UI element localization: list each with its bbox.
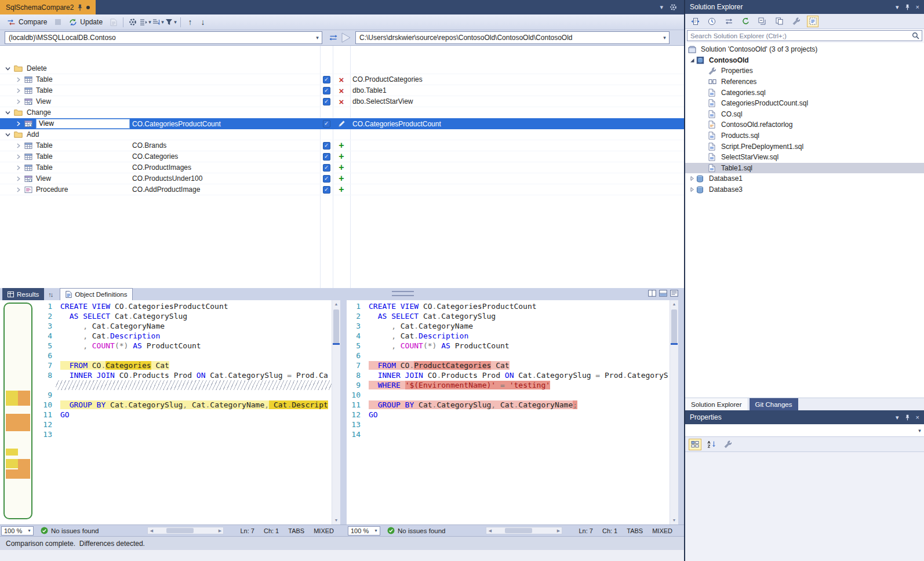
tab-git-changes[interactable]: Git Changes (750, 398, 798, 410)
window-position-chevron-icon[interactable]: ▾ (896, 414, 899, 421)
pending-changes-filter-icon[interactable] (706, 16, 718, 27)
scrollbar-thumb[interactable] (505, 528, 533, 533)
splitter-grip[interactable] (392, 291, 414, 296)
vertical-scrollbar[interactable]: ▲ ▼ (332, 300, 340, 524)
tab-options-gear-icon[interactable] (670, 3, 677, 11)
target-project-combobox[interactable]: C:\Users\drskwier\source\repos\ContosoOl… (355, 31, 670, 44)
collapse-chevron-icon[interactable] (5, 132, 14, 138)
tree-item-script-predeployment1-sql[interactable]: Script.PreDeployment1.sql (685, 141, 924, 152)
scrollbar-thumb[interactable] (333, 309, 339, 344)
expand-arrow-icon[interactable] (688, 187, 696, 192)
horizontal-split-icon[interactable] (659, 290, 667, 297)
diff-row-co-categories[interactable]: TableCO.Categories✓+ (0, 151, 684, 162)
categorized-icon[interactable] (689, 439, 701, 450)
scrollbar-thumb[interactable] (166, 528, 194, 533)
scroll-left-icon[interactable]: ◀ (148, 529, 155, 533)
vertical-split-icon[interactable] (648, 290, 656, 297)
pin-icon[interactable] (905, 414, 910, 421)
include-checkbox[interactable]: ✓ (320, 186, 333, 194)
target-sql-editor[interactable]: 1CREATE VIEW CO.CategoriesProductCount2 … (347, 301, 670, 524)
scroll-left-icon[interactable]: ◀ (486, 529, 493, 533)
tree-item-categories-sql[interactable]: Categories.sql (685, 87, 924, 98)
include-checkbox[interactable]: ✓ (320, 76, 333, 83)
diff-row-co-brands[interactable]: TableCO.Brands✓+ (0, 140, 684, 151)
expand-chevron-icon[interactable] (15, 88, 24, 94)
diff-row-co-addproductimage[interactable]: ProcedureCO.AddProductImage✓+ (0, 184, 684, 195)
sync-with-active-document-icon[interactable] (689, 16, 701, 27)
tab-sqlschemacompare2[interactable]: SqlSchemaCompare2 (0, 0, 96, 14)
combobox-dropdown-icon[interactable]: ▾ (660, 32, 669, 43)
expand-chevron-icon[interactable] (15, 76, 24, 83)
alphabetical-sort-icon[interactable] (705, 439, 718, 450)
tree-item-contosoold[interactable]: ContosoOld (685, 55, 924, 66)
tree-item-table1-sql[interactable]: Table1.sql (685, 163, 924, 174)
diff-row-co-productcategories[interactable]: Table✓×CO.ProductCategories (0, 74, 684, 85)
next-difference-icon[interactable]: ↓ (197, 16, 209, 28)
scroll-up-icon[interactable]: ▲ (670, 300, 678, 308)
group-row-delete[interactable]: Delete (0, 63, 684, 74)
group-row-change[interactable]: Change (0, 107, 684, 118)
collapse-chevron-icon[interactable] (5, 110, 14, 116)
show-all-files-icon[interactable] (807, 16, 818, 27)
tree-item-co-sql[interactable]: CO.sql (685, 109, 924, 120)
diff-row-dbo-table1[interactable]: Table✓×dbo.Table1 (0, 85, 684, 96)
collapse-chevron-icon[interactable] (5, 65, 14, 72)
expand-chevron-icon[interactable] (15, 121, 24, 127)
pane-splitter[interactable] (340, 300, 347, 524)
horizontal-scrollbar[interactable]: ◀ ▶ (486, 527, 562, 534)
tree-item-properties[interactable]: Properties (685, 65, 924, 76)
tab-solution-explorer[interactable]: Solution Explorer (685, 398, 748, 410)
collapse-all-icon[interactable] (756, 16, 768, 27)
tree-item-selectstarview-sql[interactable]: SelectStarView.sql (685, 152, 924, 163)
filter-dropdown-icon[interactable]: ▾ (165, 16, 177, 28)
expand-chevron-icon[interactable] (15, 165, 24, 171)
include-checkbox[interactable]: ✓ (320, 98, 333, 105)
close-icon[interactable]: × (916, 3, 919, 10)
source-database-combobox[interactable]: (localdb)\MSSQLLocalDB.Contoso ▾ (5, 31, 322, 44)
tab-results[interactable]: Results (2, 288, 44, 300)
scroll-right-icon[interactable]: ▶ (216, 529, 223, 533)
tab-object-definitions[interactable]: Object Definitions (60, 288, 133, 300)
target-definition-pane[interactable]: 1CREATE VIEW CO.CategoriesProductCount2 … (347, 300, 678, 524)
include-checkbox[interactable]: ✓ (320, 164, 333, 172)
expand-chevron-icon[interactable] (15, 187, 24, 193)
tab-list-chevron-icon[interactable]: ▾ (660, 3, 663, 11)
scroll-right-icon[interactable]: ▶ (555, 529, 562, 533)
compare-button[interactable]: Compare (2, 16, 52, 28)
expand-arrow-icon[interactable] (688, 176, 696, 181)
update-button[interactable]: Update (64, 16, 107, 28)
diff-row-co-categoriesproductcount[interactable]: ViewCO.CategoriesProductCount✓CO.Categor… (0, 118, 684, 129)
nest-files-icon[interactable] (773, 16, 785, 27)
close-icon[interactable]: × (916, 414, 919, 421)
pin-icon[interactable] (77, 4, 83, 11)
tree-item-database1[interactable]: Database1 (685, 173, 924, 184)
source-definition-pane[interactable]: 1CREATE VIEW CO.CategoriesProductCount2 … (0, 300, 340, 524)
previous-difference-icon[interactable]: ↑ (184, 16, 197, 28)
expand-chevron-icon[interactable] (15, 99, 24, 105)
scroll-down-icon[interactable]: ▼ (670, 516, 678, 524)
properties-object-combobox[interactable]: ▾ (685, 424, 924, 437)
expand-chevron-icon[interactable] (15, 143, 24, 149)
combobox-dropdown-icon[interactable]: ▾ (26, 528, 33, 533)
horizontal-scrollbar[interactable]: ◀ ▶ (147, 527, 224, 534)
group-row-add[interactable]: Add (0, 129, 684, 140)
properties-wrench-icon[interactable] (790, 16, 802, 27)
scroll-down-icon[interactable]: ▼ (332, 516, 340, 524)
combobox-dropdown-icon[interactable]: ▾ (372, 528, 380, 533)
diff-row-co-productsunder100[interactable]: ViewCO.ProductsUnder100✓+ (0, 173, 684, 184)
expand-chevron-icon[interactable] (15, 154, 24, 160)
tree-item-categoriesproductcount-sql[interactable]: CategoriesProductCount.sql (685, 98, 924, 109)
vertical-scrollbar[interactable]: ▲ ▼ (670, 300, 678, 524)
swap-source-target-button[interactable] (328, 34, 339, 42)
pin-icon[interactable] (905, 4, 910, 10)
sort-results-dropdown-icon[interactable]: ▾ (152, 16, 165, 28)
diff-row-co-productimages[interactable]: TableCO.ProductImages✓+ (0, 162, 684, 173)
combobox-dropdown-icon[interactable]: ▾ (915, 424, 924, 436)
zoom-combobox[interactable]: 100 % ▾ (348, 526, 380, 536)
tree-item-references[interactable]: References (685, 76, 924, 88)
solution-explorer-header[interactable]: Solution Explorer ▾ × (685, 0, 924, 14)
diff-row-dbo-selectstarview[interactable]: View✓×dbo.SelectStarView (0, 96, 684, 107)
expand-chevron-icon[interactable] (15, 176, 24, 182)
properties-header[interactable]: Properties ▾ × (685, 410, 924, 424)
include-checkbox[interactable]: ✓ (320, 120, 333, 128)
